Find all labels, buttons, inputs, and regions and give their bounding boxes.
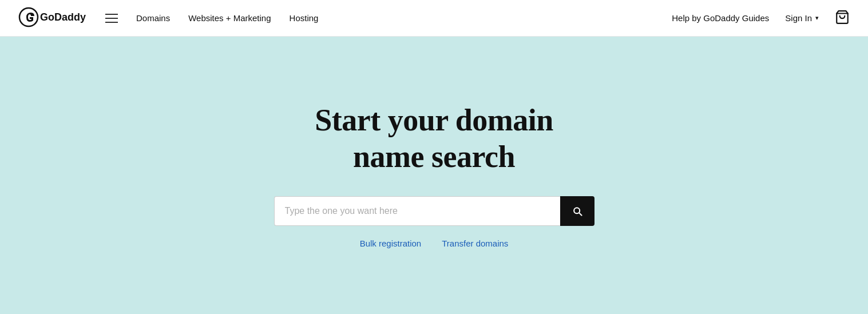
svg-text:GoDaddy: GoDaddy — [40, 11, 86, 23]
signin-chevron-icon: ▾ — [815, 14, 819, 22]
search-button[interactable] — [560, 196, 594, 226]
nav-item-hosting[interactable]: Hosting — [290, 13, 319, 23]
navbar: GoDaddy Domains Websites + Marketing Hos… — [0, 0, 868, 37]
main-nav: Domains Websites + Marketing Hosting — [136, 13, 318, 23]
domains-link[interactable]: Domains — [136, 13, 170, 23]
bulk-registration-link[interactable]: Bulk registration — [360, 239, 422, 248]
signin-label: Sign In — [785, 13, 812, 23]
nav-item-websites-marketing[interactable]: Websites + Marketing — [188, 13, 271, 23]
hero-title-line1: Start your domain — [315, 103, 553, 137]
domain-search-bar — [274, 196, 594, 226]
navbar-right: Help by GoDaddy Guides Sign In ▾ — [672, 10, 850, 27]
help-link[interactable]: Help by GoDaddy Guides — [672, 13, 769, 23]
nav-item-domains[interactable]: Domains — [136, 13, 170, 23]
hero-title-line2: name search — [353, 140, 515, 174]
navbar-left: GoDaddy Domains Websites + Marketing Hos… — [18, 7, 318, 30]
domain-search-input[interactable] — [274, 196, 560, 226]
svg-point-0 — [19, 8, 38, 26]
hero-title: Start your domain name search — [315, 102, 553, 175]
cart-icon[interactable] — [835, 10, 850, 27]
search-icon — [572, 205, 583, 217]
transfer-domains-link[interactable]: Transfer domains — [442, 239, 508, 248]
godaddy-logo[interactable]: GoDaddy — [18, 7, 93, 30]
hosting-link[interactable]: Hosting — [290, 13, 319, 23]
signin-button[interactable]: Sign In ▾ — [785, 13, 819, 23]
websites-marketing-link[interactable]: Websites + Marketing — [188, 13, 271, 23]
logo-area: GoDaddy — [18, 7, 120, 30]
hero-links: Bulk registration Transfer domains — [360, 239, 509, 248]
hamburger-menu-icon[interactable] — [103, 11, 120, 25]
hero-section: Start your domain name search Bulk regis… — [0, 37, 868, 314]
